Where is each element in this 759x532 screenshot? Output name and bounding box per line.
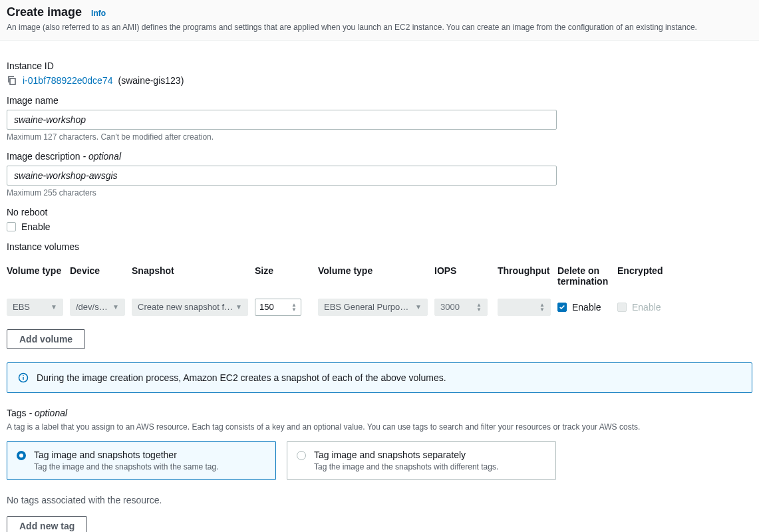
col-header-encrypted: Encrypted bbox=[617, 265, 671, 287]
delete-enable-label: Enable bbox=[572, 302, 601, 313]
copy-icon[interactable] bbox=[7, 75, 17, 86]
no-reboot-label: No reboot bbox=[7, 207, 752, 217]
no-reboot-checkbox[interactable] bbox=[7, 222, 16, 231]
number-stepper-icon: ▲▼ bbox=[539, 303, 545, 312]
image-name-help: Maximum 127 characters. Can't be modifie… bbox=[7, 132, 752, 142]
no-tags-text: No tags associated with the resource. bbox=[7, 495, 752, 505]
volume-type-value: EBS bbox=[13, 302, 30, 312]
snapshot-select[interactable]: Create new snapshot fr… ▼ bbox=[132, 299, 248, 316]
image-desc-help: Maximum 255 characters bbox=[7, 188, 752, 198]
number-stepper-icon: ▲▼ bbox=[476, 303, 482, 312]
snapshot-info-callout: During the image creation process, Amazo… bbox=[7, 362, 752, 393]
tag-together-sub: Tag the image and the snapshots with the… bbox=[34, 462, 219, 471]
tag-together-title: Tag image and snapshots together bbox=[34, 450, 219, 460]
create-image-form: Instance ID i-01bf788922e0dce74 (swaine-… bbox=[0, 41, 759, 532]
instance-id-link[interactable]: i-01bf788922e0dce74 bbox=[23, 75, 112, 86]
caret-down-icon: ▼ bbox=[112, 303, 119, 311]
page-header: Create image Info An image (also referre… bbox=[0, 0, 759, 41]
instance-name: (swaine-gis123) bbox=[118, 75, 184, 86]
tag-separately-option[interactable]: Tag image and snapshots separately Tag t… bbox=[287, 441, 556, 480]
snapshot-value: Create new snapshot fr… bbox=[138, 302, 233, 312]
no-reboot-enable-label: Enable bbox=[21, 221, 51, 232]
delete-on-termination-checkbox[interactable] bbox=[557, 303, 567, 312]
image-name-input[interactable] bbox=[7, 110, 557, 130]
image-desc-label: Image description - optional bbox=[7, 151, 752, 162]
svg-rect-0 bbox=[10, 78, 15, 84]
caret-down-icon: ▼ bbox=[235, 303, 242, 311]
instance-id-label: Instance ID bbox=[7, 61, 752, 71]
svg-point-3 bbox=[23, 375, 24, 376]
tag-separately-radio[interactable] bbox=[297, 451, 306, 460]
page-description: An image (also referred to as an AMI) de… bbox=[7, 22, 752, 33]
add-new-tag-button[interactable]: Add new tag bbox=[7, 516, 87, 532]
instance-volumes-label: Instance volumes bbox=[7, 241, 752, 252]
caret-down-icon: ▼ bbox=[51, 303, 57, 311]
col-header-size: Size bbox=[255, 265, 311, 287]
volume-type-select[interactable]: EBS ▼ bbox=[7, 299, 63, 316]
tags-description: A tag is a label that you assign to an A… bbox=[7, 422, 752, 432]
image-desc-optional: - optional bbox=[82, 151, 121, 162]
tag-together-option[interactable]: Tag image and snapshots together Tag the… bbox=[7, 441, 276, 480]
col-header-iops: IOPS bbox=[434, 265, 491, 287]
col-header-volume-type: Volume type bbox=[7, 265, 63, 287]
col-header-volume-type-2: Volume type bbox=[318, 265, 428, 287]
throughput-input: ▲▼ bbox=[498, 299, 551, 316]
info-icon bbox=[18, 372, 29, 383]
iops-value: 3000 bbox=[440, 302, 460, 312]
volumes-table: Volume type Device Snapshot Size Volume … bbox=[7, 265, 752, 316]
number-stepper-icon[interactable]: ▲▼ bbox=[291, 303, 297, 312]
col-header-snapshot: Snapshot bbox=[132, 265, 248, 287]
info-link[interactable]: Info bbox=[91, 9, 106, 18]
volume-type-2-select[interactable]: EBS General Purpose S… ▼ bbox=[318, 299, 428, 316]
tags-optional: - optional bbox=[29, 408, 67, 418]
volume-type-2-value: EBS General Purpose S… bbox=[324, 302, 412, 312]
page-title: Create image bbox=[7, 5, 82, 19]
volume-row: EBS ▼ /dev/s… ▼ Create new snapshot fr… … bbox=[7, 299, 752, 316]
tag-separately-title: Tag image and snapshots separately bbox=[314, 450, 498, 460]
image-name-label: Image name bbox=[7, 95, 752, 106]
col-header-device: Device bbox=[70, 265, 125, 287]
encrypted-enable-label: Enable bbox=[632, 302, 661, 313]
add-volume-button[interactable]: Add volume bbox=[7, 329, 85, 349]
caret-down-icon: ▼ bbox=[415, 303, 422, 311]
callout-text: During the image creation process, Amazo… bbox=[37, 372, 446, 383]
col-header-throughput: Throughput bbox=[498, 265, 551, 287]
tags-label: Tags bbox=[7, 408, 27, 418]
size-input[interactable]: 150 ▲▼ bbox=[255, 299, 301, 316]
col-header-delete: Delete on termination bbox=[557, 265, 611, 287]
tag-separately-sub: Tag the image and the snapshots with dif… bbox=[314, 462, 498, 471]
image-desc-input[interactable] bbox=[7, 166, 557, 186]
tags-section: Tags - optional A tag is a label that yo… bbox=[7, 408, 752, 532]
device-value: /dev/s… bbox=[76, 302, 108, 312]
tag-together-radio[interactable] bbox=[17, 451, 26, 460]
encrypted-checkbox bbox=[617, 303, 627, 312]
device-select[interactable]: /dev/s… ▼ bbox=[70, 299, 125, 316]
iops-input: 3000 ▲▼ bbox=[434, 299, 488, 316]
size-value: 150 bbox=[259, 302, 274, 312]
image-desc-label-text: Image description bbox=[7, 151, 80, 162]
